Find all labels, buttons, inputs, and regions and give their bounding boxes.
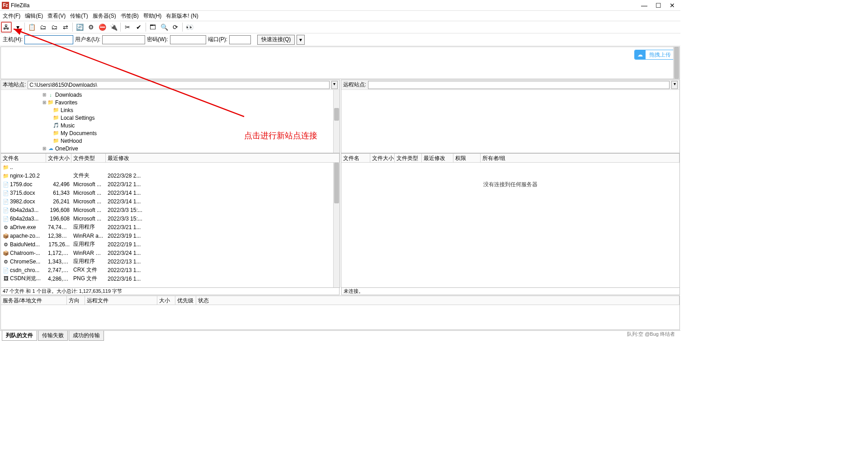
qcol-status[interactable]: 状态 <box>196 296 679 305</box>
tree-item[interactable]: 📁NetHood <box>1 137 340 145</box>
site-manager-button[interactable]: 🖧 <box>1 22 12 33</box>
remote-tree-panel: 远程站点: ▾ <box>341 80 680 153</box>
menu-server[interactable]: 服务器(S) <box>93 12 116 20</box>
menubar: 文件(F) 编辑(E) 查看(V) 传输(T) 服务器(S) 书签(B) 帮助(… <box>0 11 680 21</box>
menu-bookmarks[interactable]: 书签(B) <box>121 12 139 20</box>
qcol-prio[interactable]: 优先级 <box>175 296 196 305</box>
remote-site-label: 远程站点: <box>343 81 366 89</box>
local-tree-scrollbar[interactable] <box>333 90 340 153</box>
reconnect-button[interactable]: ✂ <box>122 22 133 33</box>
minimize-button[interactable]: — <box>641 2 647 9</box>
menu-transfer[interactable]: 传输(T) <box>70 12 88 20</box>
local-tree[interactable]: ⊞↓Downloads⊞📁Favorites📁Links📁Local Setti… <box>1 90 340 153</box>
username-input[interactable] <box>102 35 145 44</box>
rcol-modified[interactable]: 最近修改 <box>422 154 453 162</box>
file-row[interactable]: 🖼CSDN浏览...4,286,2...PNG 文件2022/3/16 1... <box>1 274 340 283</box>
quickconnect-button[interactable]: 快速连接(Q) <box>257 35 295 45</box>
menu-help[interactable]: 帮助(H) <box>143 12 162 20</box>
tree-item[interactable]: 📁My Documents <box>1 129 340 137</box>
file-row[interactable]: 📄3982.docx26,241Microsoft ...2022/3/14 1… <box>1 197 340 206</box>
rcol-perm[interactable]: 权限 <box>453 154 481 162</box>
tree-item[interactable]: ⊞↓Downloads <box>1 91 340 99</box>
port-input[interactable] <box>229 35 251 44</box>
find-button[interactable]: 👀 <box>184 22 195 33</box>
refresh-button[interactable]: 🔄 <box>74 22 85 33</box>
tree-item[interactable]: 🎵Music <box>1 122 340 129</box>
local-file-list: 文件名 文件大小 文件类型 最近修改 📁..📁nginx-1.20.2文件夹20… <box>0 153 340 288</box>
tab-success[interactable]: 成功的传输 <box>69 331 104 341</box>
quickconnect-bar: 主机(H): 用户名(U): 密码(W): 端口(P): 快速连接(Q) ▾ <box>0 33 680 46</box>
compare-button[interactable]: ⟳ <box>170 22 181 33</box>
col-filetype[interactable]: 文件类型 <box>71 154 106 162</box>
rcol-filetype[interactable]: 文件类型 <box>395 154 422 162</box>
process-queue-button[interactable]: ⚙ <box>85 22 96 33</box>
toggle-sync-button[interactable]: ✔ <box>133 22 144 33</box>
queue-tabs: 列队的文件 传输失败 成功的传输 队列:空 @Bug 终结者 <box>0 330 680 340</box>
file-row[interactable]: 📁nginx-1.20.2文件夹2022/3/28 2... <box>1 171 340 180</box>
file-row[interactable]: 📦Chatroom-...1,172,6...WinRAR ZI...2022/… <box>1 249 340 257</box>
disconnect-button[interactable]: 🔌 <box>108 22 119 33</box>
remote-status: 未连接。 <box>341 288 680 295</box>
drag-upload-button[interactable]: ☁ 拖拽上传 <box>634 50 675 60</box>
local-path-input[interactable] <box>28 81 329 89</box>
tab-failed[interactable]: 传输失败 <box>38 331 68 341</box>
toggle-queue-button[interactable]: ⇄ <box>60 22 71 33</box>
cancel-button[interactable]: ⛔ <box>97 22 108 33</box>
qcol-remote[interactable]: 远程文件 <box>85 296 157 305</box>
host-input[interactable] <box>24 35 73 44</box>
col-filename[interactable]: 文件名 <box>1 154 46 162</box>
toggle-local-tree-button[interactable]: 🗂 <box>38 22 48 33</box>
menu-view[interactable]: 查看(V) <box>47 12 66 20</box>
tree-item[interactable]: 📁Links <box>1 106 340 114</box>
col-filesize[interactable]: 文件大小 <box>46 154 71 162</box>
site-manager-dropdown[interactable]: ▾ <box>12 22 23 33</box>
tab-queued[interactable]: 列队的文件 <box>2 331 37 341</box>
file-row[interactable]: 📄6b4a2da3...196,608Microsoft ...2022/3/3… <box>1 206 340 214</box>
tree-item[interactable]: ⊞☁OneDrive <box>1 145 340 152</box>
log-scrollbar[interactable] <box>673 47 679 79</box>
local-path-dropdown[interactable]: ▾ <box>331 81 338 89</box>
file-row[interactable]: ⚙BaiduNetd...175,26...应用程序2022/2/19 1... <box>1 240 340 249</box>
file-row[interactable]: ⚙ChromeSe...1,343,3...应用程序2022/2/13 1... <box>1 257 340 266</box>
remote-path-dropdown[interactable]: ▾ <box>671 81 678 89</box>
message-log: ☁ 拖拽上传 <box>0 47 680 79</box>
col-modified[interactable]: 最近修改 <box>106 154 340 162</box>
qcol-size[interactable]: 大小 <box>157 296 175 305</box>
port-label: 端口(P): <box>208 36 227 43</box>
menu-file[interactable]: 文件(F) <box>3 12 20 20</box>
menu-edit[interactable]: 编辑(E) <box>25 12 43 20</box>
rcol-owner[interactable]: 所有者/组 <box>481 154 680 162</box>
file-row[interactable]: 📄1759.doc42,496Microsoft ...2022/3/12 1.… <box>1 180 340 188</box>
qcol-server[interactable]: 服务器/本地文件 <box>1 296 67 305</box>
file-row[interactable]: ⚙aDrive.exe74,747,...应用程序2022/3/21 1... <box>1 223 340 231</box>
cloud-upload-icon: ☁ <box>635 50 646 59</box>
tree-item[interactable]: 📁Local Settings <box>1 114 340 122</box>
rcol-filename[interactable]: 文件名 <box>341 154 370 162</box>
toggle-remote-tree-button[interactable]: 🗂 <box>49 22 60 33</box>
password-input[interactable] <box>170 35 206 44</box>
toggle-log-button[interactable]: 📋 <box>26 22 37 33</box>
file-row[interactable]: 📁.. <box>1 163 340 171</box>
file-row[interactable]: 📄csdn_chro...2,747,0...CRX 文件2022/2/13 1… <box>1 266 340 274</box>
menu-newversion[interactable]: 有新版本! (N) <box>166 12 198 20</box>
search-icon[interactable]: 🔍 <box>159 22 170 33</box>
local-file-body[interactable]: 📁..📁nginx-1.20.2文件夹2022/3/28 2...📄1759.d… <box>1 163 340 287</box>
local-file-scrollbar[interactable] <box>333 163 340 287</box>
file-row[interactable]: 📄3715.docx61,343Microsoft ...2022/3/14 1… <box>1 188 340 197</box>
maximize-button[interactable]: ☐ <box>656 2 661 9</box>
remote-path-input[interactable] <box>368 81 670 89</box>
close-button[interactable]: ✕ <box>670 2 675 9</box>
quickconnect-dropdown[interactable]: ▾ <box>297 35 305 45</box>
toolbar: 🖧 ▾ 📋 🗂 🗂 ⇄ 🔄 ⚙ ⛔ 🔌 ✂ ✔ 🗔 🔍 ⟳ 👀 <box>0 21 680 33</box>
host-label: 主机(H): <box>3 36 23 43</box>
qcol-dir[interactable]: 方向 <box>67 296 85 305</box>
file-row[interactable]: 📦apache-zo...12,387,...WinRAR a...2022/3… <box>1 231 340 240</box>
filter-button[interactable]: 🗔 <box>147 22 158 33</box>
rcol-filesize[interactable]: 文件大小 <box>370 154 395 162</box>
tree-item[interactable]: ⊞📁Favorites <box>1 99 340 106</box>
remote-file-body[interactable]: 没有连接到任何服务器 <box>341 163 680 287</box>
remote-tree[interactable] <box>341 90 680 153</box>
file-row[interactable]: 📄6b4a2da3...196,608Microsoft ...2022/3/3… <box>1 214 340 223</box>
local-site-label: 本地站点: <box>3 81 26 89</box>
status-credit: 队列:空 @Bug 终结者 <box>627 331 679 338</box>
